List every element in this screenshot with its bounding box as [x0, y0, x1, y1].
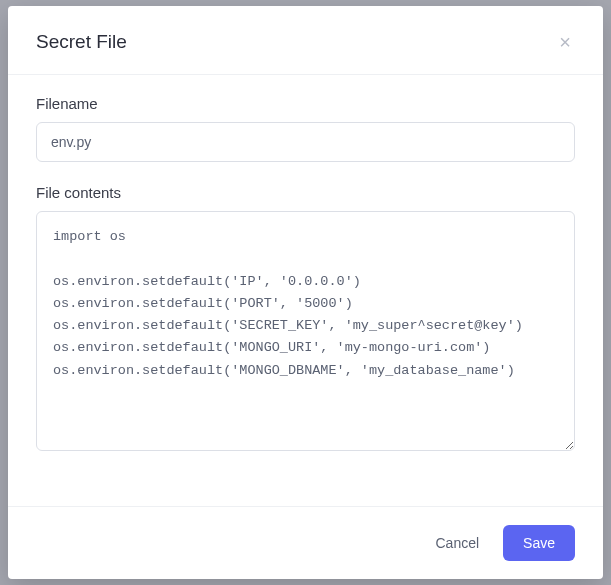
modal-header: Secret File × [8, 6, 603, 75]
close-icon[interactable]: × [555, 28, 575, 56]
filename-field-group: Filename [36, 95, 575, 162]
filename-label: Filename [36, 95, 575, 112]
file-contents-textarea[interactable] [36, 211, 575, 451]
filename-input[interactable] [36, 122, 575, 162]
cancel-button[interactable]: Cancel [429, 527, 485, 559]
save-button[interactable]: Save [503, 525, 575, 561]
secret-file-modal: Secret File × Filename File contents Can… [8, 6, 603, 579]
modal-body: Filename File contents [8, 75, 603, 506]
file-contents-field-group: File contents [36, 184, 575, 455]
modal-title: Secret File [36, 31, 127, 53]
file-contents-label: File contents [36, 184, 575, 201]
modal-footer: Cancel Save [8, 506, 603, 579]
